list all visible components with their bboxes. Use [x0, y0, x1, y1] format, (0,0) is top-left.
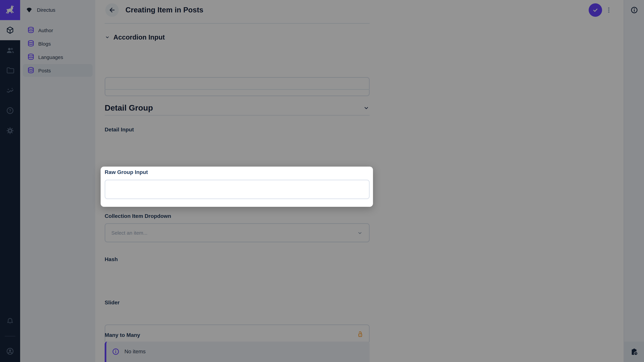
- directus-app: ?: [0, 0, 644, 362]
- raw-group-input-label: Raw Group Input: [105, 169, 148, 175]
- raw-group-input[interactable]: [105, 180, 370, 199]
- raw-group-spotlight: Raw Group Input: [100, 167, 373, 207]
